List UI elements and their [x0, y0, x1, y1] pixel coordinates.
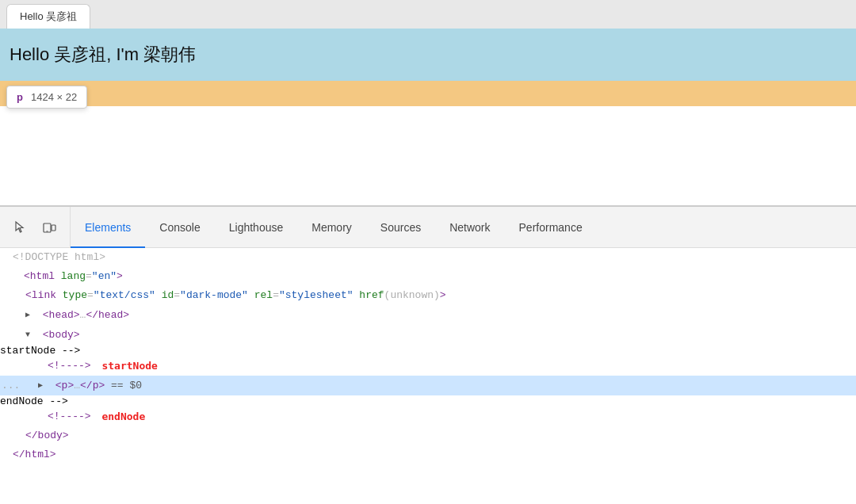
- page-content: Hello 吴彦祖, I'm 梁朝伟: [0, 29, 856, 106]
- dots-indicator: ...: [2, 378, 14, 394]
- html-tag-open: <html: [24, 269, 55, 284]
- tab-elements[interactable]: Elements: [71, 208, 145, 248]
- link-tag: <link: [25, 288, 56, 304]
- tab-sources[interactable]: Sources: [366, 208, 435, 248]
- orange-bar: [0, 84, 856, 106]
- svg-rect-1: [52, 225, 55, 231]
- tab-sources-label: Sources: [380, 221, 421, 234]
- link-rel-val: "stylesheet": [279, 288, 353, 304]
- tooltip-tag: p: [17, 91, 23, 103]
- tab-network[interactable]: Network: [435, 208, 504, 248]
- head-arrow[interactable]: [25, 307, 36, 323]
- code-line-p[interactable]: ... <p>…</p> == $0: [0, 376, 856, 395]
- tab-lighthouse-label: Lighthouse: [229, 221, 284, 234]
- end-comment-tag: <!---->: [48, 409, 91, 425]
- head-tag: <head>: [36, 307, 80, 323]
- link-close: >: [440, 288, 446, 304]
- tab-network-label: Network: [449, 221, 490, 234]
- code-line-body-open[interactable]: <body>: [0, 325, 856, 345]
- p-open-tag: <p>: [49, 378, 74, 394]
- p-arrow[interactable]: [38, 377, 49, 394]
- tab-elements-label: Elements: [85, 221, 131, 234]
- tab-memory-label: Memory: [311, 221, 352, 234]
- tab-console[interactable]: Console: [145, 208, 214, 248]
- link-id-attr: id: [155, 288, 174, 304]
- devtools-panel: Elements Console Lighthouse Memory Sourc…: [0, 206, 856, 504]
- code-line-start-comment[interactable]: <!----> startNode: [0, 357, 856, 376]
- devtools-toolbar: Elements Console Lighthouse Memory Sourc…: [0, 207, 856, 248]
- body-open-tag: <body>: [36, 327, 80, 343]
- tab-memory[interactable]: Memory: [297, 208, 366, 248]
- body-arrow[interactable]: [25, 326, 36, 343]
- p-ellipsis: …: [74, 378, 80, 394]
- svg-rect-0: [44, 223, 51, 232]
- code-line-html[interactable]: <html lang="en">: [0, 267, 856, 286]
- tab-performance-label: Performance: [519, 221, 583, 234]
- tab-bar: Hello 吴彦祖: [0, 0, 856, 29]
- html-lang-attr: lang: [55, 269, 86, 284]
- code-line-link[interactable]: <link type="text/css" id="dark-mode" rel…: [0, 286, 856, 305]
- devtools-icon-group: [0, 207, 71, 247]
- eq-sign: ==: [105, 378, 129, 394]
- devtools-code-panel: <!DOCTYPE html> <html lang="en"> <link t…: [0, 248, 856, 504]
- link-type-val: "text/css": [94, 288, 155, 304]
- tab-performance[interactable]: Performance: [505, 208, 597, 248]
- inspect-icon[interactable]: [10, 216, 32, 239]
- link-type-attr: type: [56, 288, 87, 304]
- start-comment-tag: <!---->: [48, 358, 91, 374]
- head-close-tag: </head>: [86, 307, 129, 323]
- tooltip-size: 1424 × 22: [31, 91, 77, 103]
- body-close-tag: </body>: [25, 428, 69, 444]
- hello-text: Hello 吴彦祖, I'm 梁朝伟: [0, 29, 856, 84]
- link-rel-attr: rel: [248, 288, 273, 304]
- code-line-html-close[interactable]: </html>: [0, 445, 856, 464]
- code-line-doctype[interactable]: <!DOCTYPE html>: [0, 248, 856, 267]
- tab-console-label: Console: [159, 221, 200, 234]
- link-href-val: (unknown): [384, 288, 440, 304]
- tab-label: Hello 吴彦祖: [20, 10, 77, 22]
- browser-preview: Hello 吴彦祖 Hello 吴彦祖, I'm 梁朝伟 p 1424 × 22: [0, 0, 856, 206]
- end-node-label: endNode: [96, 409, 146, 425]
- code-line-head[interactable]: <head>…</head>: [0, 305, 856, 325]
- start-node-label: startNode: [96, 358, 158, 374]
- dollar-zero: $0: [129, 378, 142, 394]
- p-close-tag: </p>: [80, 378, 105, 394]
- link-href-attr: href: [353, 288, 384, 304]
- element-tooltip: p 1424 × 22: [6, 86, 87, 109]
- code-line-body-close[interactable]: </body>: [0, 426, 856, 445]
- equals: =: [86, 269, 92, 284]
- html-close-tag: </html>: [13, 447, 56, 463]
- devtools-tabs: Elements Console Lighthouse Memory Sourc…: [71, 207, 856, 247]
- doctype-text: <!DOCTYPE html>: [13, 250, 105, 265]
- link-id-val: "dark-mode": [180, 288, 248, 304]
- html-lang-val: "en": [92, 269, 117, 284]
- html-tag-close-bracket: >: [117, 269, 123, 284]
- code-line-end-comment[interactable]: <!----> endNode: [0, 407, 856, 426]
- head-ellipsis: …: [80, 307, 86, 323]
- tab-lighthouse[interactable]: Lighthouse: [215, 208, 298, 248]
- browser-tab[interactable]: Hello 吴彦祖: [6, 4, 90, 29]
- device-icon[interactable]: [38, 216, 60, 239]
